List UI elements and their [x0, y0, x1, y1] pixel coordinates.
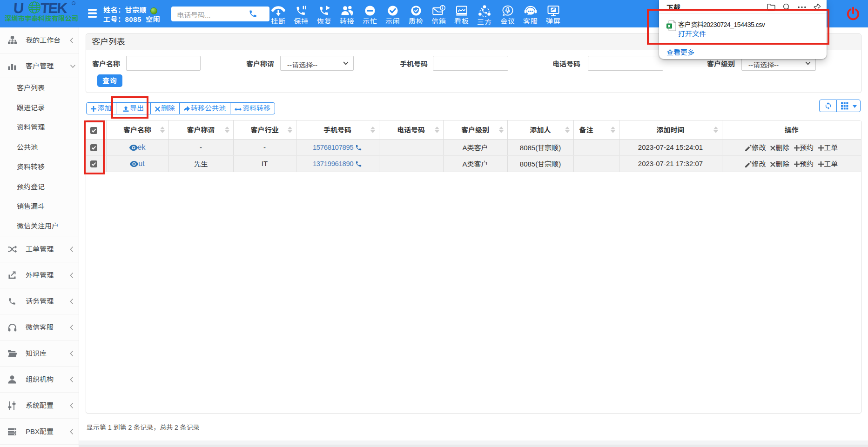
svg-text:TEK: TEK — [40, 1, 68, 16]
svg-text:深圳市宇泰科技有限公司: 深圳市宇泰科技有限公司 — [5, 15, 78, 22]
svg-text:R: R — [73, 2, 75, 5]
svg-text:U: U — [13, 1, 25, 16]
